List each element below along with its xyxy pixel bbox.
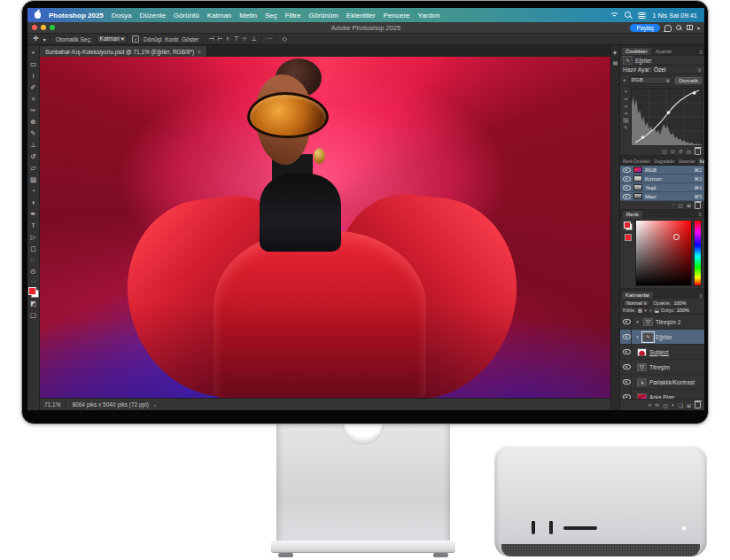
hand-tool-icon[interactable]: ☞ xyxy=(27,254,40,266)
layer-row[interactable]: ▾ Arka Plan xyxy=(620,390,704,399)
channel-row-item[interactable]: Kırmızı ⌘3 xyxy=(620,175,704,183)
targeted-adjust-icon[interactable]: ⌖ xyxy=(623,77,626,84)
eye-icon[interactable] xyxy=(623,176,631,182)
load-selection-icon[interactable]: ◌ xyxy=(672,202,675,208)
layer-mask-icon[interactable]: ◫ xyxy=(663,402,668,408)
panel-tab[interactable]: Özellikler xyxy=(622,48,651,55)
layer-name[interactable]: Titreşim xyxy=(649,364,670,370)
fill-value[interactable]: 100% xyxy=(677,307,689,313)
notifications-icon[interactable] xyxy=(664,25,672,31)
saturation-value-field[interactable] xyxy=(635,220,692,286)
layers-panel-tab[interactable]: Katmanlar xyxy=(622,292,653,299)
menu-app-name[interactable]: Photoshop 2025 xyxy=(49,12,104,19)
target-icon[interactable]: ⊙ xyxy=(671,148,675,154)
menu-item[interactable]: Eklentiler xyxy=(346,12,376,19)
visibility-toggle-icon[interactable]: ◎ xyxy=(687,148,691,154)
eye-icon[interactable] xyxy=(623,364,631,369)
hue-slider[interactable] xyxy=(694,220,702,286)
eye-icon[interactable] xyxy=(623,194,631,199)
align-right-edges-icon[interactable]: ⊦ xyxy=(227,35,230,43)
eye-icon[interactable] xyxy=(623,334,631,339)
panel-tab[interactable]: Ayarlar xyxy=(652,48,676,55)
apple-logo-icon[interactable] xyxy=(35,12,41,19)
layer-row[interactable]: ▾ ▽ Titreşim xyxy=(620,360,704,375)
type-tool-icon[interactable]: T xyxy=(27,220,40,231)
save-selection-icon[interactable]: ◫ xyxy=(678,202,683,208)
canvas[interactable] xyxy=(40,57,610,398)
menu-item[interactable]: Katman xyxy=(207,12,232,19)
pen-tool-icon[interactable]: ✒ xyxy=(27,208,40,220)
menu-item[interactable]: Görünüm xyxy=(308,12,338,19)
gray-point-eyedropper-icon[interactable]: ✑ xyxy=(624,104,628,109)
menu-item[interactable]: Dosya xyxy=(112,12,132,19)
color-picker-marker[interactable] xyxy=(673,234,680,240)
tool-preset-chevron-icon[interactable]: ▾ xyxy=(43,36,46,43)
adjustment-layer-icon[interactable]: ◐ xyxy=(672,402,675,408)
history-brush-tool-icon[interactable]: ↺ xyxy=(27,151,40,162)
delete-channel-icon[interactable] xyxy=(695,202,701,209)
libraries-panel-icon[interactable]: ▤ xyxy=(613,59,618,66)
brush-tool-icon[interactable]: ✎ xyxy=(27,128,40,139)
crop-tool-icon[interactable]: ⌗ xyxy=(27,93,40,105)
search-icon[interactable] xyxy=(625,12,632,19)
snap-mode-icon[interactable]: ◇ xyxy=(283,35,287,43)
menu-item[interactable]: Yardım xyxy=(418,12,440,19)
eye-icon[interactable] xyxy=(623,167,631,173)
blur-tool-icon[interactable]: ◔ xyxy=(27,185,40,197)
auto-select-dropdown[interactable]: Katman ▾ xyxy=(97,35,128,43)
align-top-edges-icon[interactable]: ⊤ xyxy=(233,35,238,43)
ps-search-icon[interactable] xyxy=(676,25,682,31)
menu-item[interactable]: Seç xyxy=(265,12,277,19)
lock-transparency-icon[interactable]: ▦ xyxy=(638,307,642,313)
menubar-clock[interactable]: 1 Nis Sal 09:41 xyxy=(652,12,697,19)
layer-effects-icon[interactable]: fx xyxy=(656,402,660,408)
move-tool-icon[interactable]: ✛ xyxy=(33,35,39,43)
menu-item[interactable]: Filtre xyxy=(285,12,301,19)
reset-icon[interactable]: ↺ xyxy=(679,148,683,154)
menu-item[interactable]: Metin xyxy=(239,12,257,19)
align-left-edges-icon[interactable]: ⊣ xyxy=(209,35,214,43)
black-point-eyedropper-icon[interactable]: ✑ xyxy=(624,97,628,102)
layer-row[interactable]: ▾ Subject xyxy=(620,345,704,360)
white-point-eyedropper-icon[interactable]: ✑ xyxy=(624,111,628,116)
edit-points-icon[interactable]: ∿ xyxy=(623,118,629,123)
clone-stamp-tool-icon[interactable]: ⊥ xyxy=(27,139,40,151)
panel-tab[interactable]: Degradeler xyxy=(653,158,677,165)
align-bottom-edges-icon[interactable]: ⊥ xyxy=(251,35,256,43)
delete-layer-icon[interactable] xyxy=(695,401,701,408)
eye-icon[interactable] xyxy=(623,185,631,191)
fg-bg-swatches-icon[interactable] xyxy=(624,222,633,230)
layer-name[interactable]: Eğriler xyxy=(656,334,672,340)
layer-name[interactable]: Subject xyxy=(649,349,669,355)
channel-dropdown[interactable]: RGB∨ xyxy=(629,76,672,84)
channel-row-item[interactable]: Mavi ⌘5 xyxy=(620,192,704,201)
wifi-icon[interactable] xyxy=(610,12,618,19)
lock-all-icon[interactable]: ⬓ xyxy=(655,307,659,313)
workspace-icon[interactable] xyxy=(687,25,693,30)
move-tool-icon[interactable]: + xyxy=(27,47,40,58)
panel-tab[interactable]: Kanallar xyxy=(698,158,704,165)
align-vertical-centers-icon[interactable]: ⊹ xyxy=(243,35,248,43)
history-panel-icon[interactable]: ◈ xyxy=(613,49,618,55)
align-horizontal-centers-icon[interactable]: ⊢ xyxy=(218,35,223,43)
color-swatches[interactable] xyxy=(28,287,39,298)
eraser-tool-icon[interactable]: ▱ xyxy=(27,162,40,174)
edit-toolbar-icon[interactable]: ⋯ xyxy=(31,277,36,284)
healing-tool-icon[interactable]: ⊕ xyxy=(27,116,40,128)
control-center-icon[interactable] xyxy=(638,12,646,19)
auto-button[interactable]: Otomatik xyxy=(675,77,702,84)
layer-name[interactable]: Parlaklık/Kontrast xyxy=(649,379,695,385)
zoom-tool-icon[interactable]: ⊙ xyxy=(27,266,40,277)
status-chevron-icon[interactable]: › xyxy=(154,402,156,408)
channel-row-item[interactable]: Yeşil ⌘4 xyxy=(620,183,704,192)
opacity-value[interactable]: 100% xyxy=(673,300,686,306)
screen-mode-icon[interactable]: ▢ xyxy=(27,309,40,321)
lasso-tool-icon[interactable]: ≀ xyxy=(27,70,40,82)
gamut-warning-swatch[interactable] xyxy=(625,234,632,241)
gradient-tool-icon[interactable]: ▨ xyxy=(27,174,40,185)
new-layer-icon[interactable]: ⊞ xyxy=(687,402,691,408)
zoom-level[interactable]: 71,1% xyxy=(44,401,60,408)
document-tab[interactable]: Sonbahar-Kış-Koleksiyonu.psd @ 71,1% (Eğ… xyxy=(40,46,207,57)
quick-selection-tool-icon[interactable]: ✐ xyxy=(27,82,40,93)
more-options-icon[interactable]: ⋯ xyxy=(267,35,273,43)
